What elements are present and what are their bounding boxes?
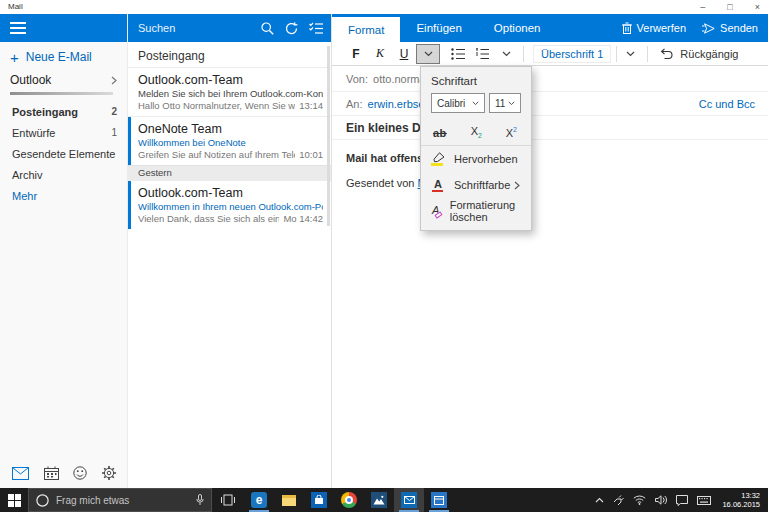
sidebar-item-posteingang[interactable]: Posteingang 2 <box>0 101 127 122</box>
sidebar-item-entwuerfe[interactable]: Entwürfe 1 <box>0 122 127 143</box>
scrollbar[interactable] <box>327 46 330 226</box>
microphone-icon <box>196 494 204 506</box>
superscript-button[interactable]: X2 <box>506 126 517 139</box>
font-color-menu-item[interactable]: A Schriftfarbe <box>431 172 521 198</box>
search-input[interactable]: Suchen <box>138 22 261 34</box>
new-email-label: Neue E-Mail <box>26 50 92 64</box>
task-view-button[interactable] <box>214 488 242 512</box>
toolbar-divider <box>523 46 524 62</box>
font-size-select[interactable]: 11 <box>489 93 521 113</box>
subscript-button[interactable]: X2 <box>471 125 482 139</box>
taskbar-chrome-button[interactable] <box>334 488 364 512</box>
message-time: Mo 14:42 <box>283 213 323 225</box>
taskbar-file-explorer-button[interactable] <box>274 488 304 512</box>
message-list-toolbar: Suchen <box>128 14 331 42</box>
hamburger-menu-icon[interactable] <box>10 22 26 34</box>
store-icon <box>311 492 327 508</box>
style-selector[interactable]: Überschrift 1 <box>533 45 611 63</box>
calendar-nav-icon[interactable] <box>44 466 59 480</box>
taskbar-clock[interactable]: 13:32 16.06.2015 <box>722 491 760 509</box>
sidebar-item-mehr[interactable]: Mehr <box>0 185 127 206</box>
tab-format[interactable]: Format <box>332 17 400 42</box>
font-options-flyout: Schriftart Calibri 11 ab X2 X2 Hervorheb… <box>420 66 532 231</box>
maximize-button[interactable]: □ <box>727 2 732 12</box>
message-subject: Melden Sie sich bei Ihrem Outlook.com-Ko… <box>138 88 323 100</box>
send-icon <box>702 23 715 34</box>
chevron-down-icon <box>472 101 479 106</box>
start-button[interactable] <box>0 488 28 512</box>
taskbar-photos-button[interactable] <box>364 488 394 512</box>
message-sender: Outlook.com-Team <box>138 72 323 88</box>
message-list-item-3[interactable]: Outlook.com-Team Willkommen in Ihrem neu… <box>128 180 331 229</box>
tab-einfuegen[interactable]: Einfügen <box>400 14 477 42</box>
multiselect-icon[interactable] <box>309 22 323 34</box>
taskbar-mail-button[interactable] <box>394 488 424 512</box>
window-titlebar: Mail – □ × <box>0 0 768 14</box>
to-field[interactable]: An: erwin.erbsenzae Cc und Bcc <box>332 92 768 116</box>
mail-nav-icon[interactable] <box>12 467 29 480</box>
from-field[interactable]: Von: otto.normalnu <box>332 66 768 92</box>
italic-button[interactable]: K <box>368 44 392 64</box>
power-icon[interactable] <box>613 495 624 505</box>
chevron-right-icon <box>111 76 117 85</box>
tab-optionen[interactable]: Optionen <box>478 14 557 42</box>
wifi-icon[interactable] <box>633 495 646 505</box>
account-selector[interactable]: Outlook <box>10 70 117 90</box>
task-view-icon <box>221 494 235 506</box>
highlight-menu-item[interactable]: Hervorheben <box>431 146 521 172</box>
sidebar-item-gesendete[interactable]: Gesendete Elemente <box>0 143 127 164</box>
cc-bcc-link[interactable]: Cc und Bcc <box>699 98 755 110</box>
taskbar-store-button[interactable] <box>304 488 334 512</box>
discard-button[interactable]: Verwerfen <box>622 22 687 34</box>
message-preview: Hallo Otto Normalnutzer, Wenn Sie weiter… <box>138 100 295 112</box>
clear-formatting-menu-item[interactable]: A Formatierung löschen <box>431 198 521 224</box>
app-window-icon <box>431 492 447 508</box>
sync-refresh-icon[interactable] <box>285 22 298 35</box>
touch-keyboard-icon[interactable] <box>697 496 711 505</box>
strikethrough-button[interactable]: ab <box>433 127 447 139</box>
send-button[interactable]: Senden <box>702 22 758 34</box>
style-dropdown-chevron-icon[interactable] <box>618 44 642 64</box>
font-family-select[interactable]: Calibri <box>431 93 485 113</box>
action-center-icon[interactable] <box>676 495 688 506</box>
folder-label: Archiv <box>12 169 43 181</box>
subject-field[interactable]: Ein kleines Detail <box>332 116 768 140</box>
flyout-title: Schriftart <box>431 75 521 87</box>
cortana-search-box[interactable]: Frag mich etwas <box>28 488 212 512</box>
undo-icon <box>659 48 673 59</box>
settings-gear-icon[interactable] <box>102 466 116 480</box>
message-sender: OneNote Team <box>138 121 323 137</box>
sidebar-item-archiv[interactable]: Archiv <box>0 164 127 185</box>
message-list-item-1[interactable]: Outlook.com-Team Melden Sie sich bei Ihr… <box>128 67 331 116</box>
bold-button[interactable]: F <box>344 44 368 64</box>
chevron-right-icon <box>514 181 520 190</box>
message-list-item-2[interactable]: OneNote Team Willkommen bei OneNote Grei… <box>128 116 331 165</box>
message-preview: Greifen Sie auf Notizen auf Ihrem Telefo… <box>138 149 295 161</box>
numbered-list-button[interactable] <box>470 44 494 64</box>
list-options-chevron-icon[interactable] <box>494 44 518 64</box>
toolbar-divider <box>647 46 648 62</box>
taskbar: Frag mich etwas e <box>0 488 768 512</box>
message-subject: Willkommen bei OneNote <box>138 137 323 149</box>
format-toolbar: F K U Überschrift 1 Rückgängig <box>332 42 768 66</box>
body-text-line: Mail hat offensichtlich <box>346 152 754 164</box>
search-icon[interactable] <box>261 22 274 35</box>
volume-icon[interactable] <box>655 495 667 505</box>
taskbar-app-window-button[interactable] <box>424 488 454 512</box>
bullet-list-button[interactable] <box>446 44 470 64</box>
feedback-smiley-icon[interactable] <box>73 466 87 480</box>
close-button[interactable]: × <box>755 2 760 12</box>
taskbar-edge-button[interactable]: e <box>244 488 274 512</box>
underline-button[interactable]: U <box>392 44 416 64</box>
new-email-button[interactable]: + Neue E-Mail <box>10 44 127 70</box>
to-label: An: <box>346 98 363 110</box>
message-body[interactable]: Mail hat offensichtlich Gesendet von Mai… <box>332 140 768 189</box>
account-name: Outlook <box>10 73 51 87</box>
toolbar-divider <box>616 46 617 62</box>
clock-date: 16.06.2015 <box>722 500 760 509</box>
undo-button[interactable]: Rückgängig <box>659 48 738 60</box>
font-color-icon: A <box>431 178 445 192</box>
tray-expand-chevron-icon[interactable] <box>595 497 604 503</box>
font-options-dropdown-button[interactable] <box>416 44 440 64</box>
minimize-button[interactable]: – <box>700 2 705 12</box>
